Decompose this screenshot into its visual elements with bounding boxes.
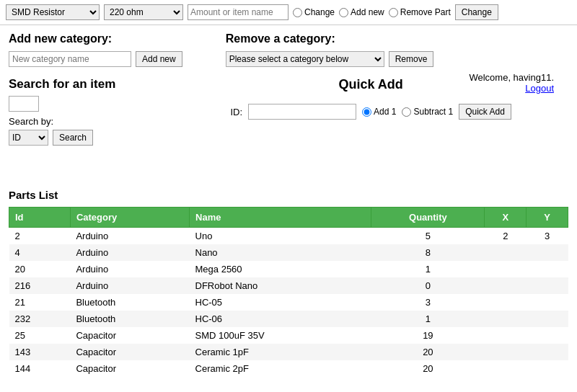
cell-x [485,294,527,311]
parts-list-heading: Parts List [9,189,568,201]
cell-name: HC-06 [190,311,371,327]
table-row: 216ArduinoDFRobot Nano0 [9,277,568,294]
remove-category-button[interactable]: Remove [389,51,434,67]
cell-category: Arduino [70,277,189,294]
add-category-heading: Add new category: [9,32,182,45]
cell-y: 3 [527,228,568,245]
cell-name: Nano [190,244,371,261]
parts-table: Id Category Name Quantity X Y 2ArduinoUn… [9,207,568,377]
quick-add-id-input[interactable] [248,104,356,120]
cell-category: Arduino [70,244,189,261]
search-by-label: Search by: [9,116,53,127]
cell-category: Capacitor [70,360,189,377]
col-header-category: Category [70,208,189,228]
item-input[interactable] [188,4,288,20]
table-row: 144CapacitorCeramic 2pF20 [9,360,568,377]
cell-id: 2 [9,228,71,245]
table-row: 2ArduinoUno523 [9,228,568,245]
cell-quantity: 5 [371,228,485,245]
new-category-input[interactable] [9,51,131,67]
cell-name: Mega 2560 [190,261,371,277]
cell-name: Uno [190,228,371,245]
content-wrapper: Add new category: Add new Remove a categ… [9,32,568,377]
radio-remove-part-label[interactable]: Remove Part [389,7,451,17]
cell-category: Capacitor [70,327,189,344]
quick-subtract-radio[interactable] [402,107,411,117]
item-select[interactable]: 220 ohm [104,4,183,20]
search-heading: Search for an item [9,77,115,92]
cell-x [485,311,527,327]
cell-id: 4 [9,244,71,261]
cell-y [527,277,568,294]
search-by-select[interactable]: ID Name [9,130,48,146]
welcome-text: Welcome, having11. [469,72,554,83]
radio-change-label[interactable]: Change [293,7,335,17]
cell-name: HC-05 [190,294,371,311]
change-button[interactable]: Change [455,4,498,20]
table-row: 20ArduinoMega 25601 [9,261,568,277]
cell-x [485,327,527,344]
col-header-x: X [485,208,527,228]
welcome-area: Welcome, having11. Logout [469,72,554,94]
add-new-category-button[interactable]: Add new [136,51,182,67]
table-row: 25CapacitorSMD 100uF 35V19 [9,327,568,344]
cell-category: Arduino [70,261,189,277]
add-category-section: Add new category: Add new [9,32,182,67]
cell-id: 21 [9,294,71,311]
cell-x [485,277,527,294]
cell-name: SMD 100uF 35V [190,327,371,344]
cell-y [527,261,568,277]
search-by-row: Search by: [9,116,115,127]
category-select[interactable]: SMD Resistor Arduino Bluetooth Capacitor [6,4,100,20]
logout-link[interactable]: Logout [525,83,554,94]
cell-name: DFRobot Nano [190,277,371,294]
quick-add-radio[interactable] [362,107,371,117]
cell-quantity: 1 [371,261,485,277]
cell-x [485,261,527,277]
radio-add-new-label[interactable]: Add new [339,7,384,17]
cell-y [527,360,568,377]
remove-category-select[interactable]: Please select a category below [226,51,384,67]
quick-add-id-label: ID: [230,107,242,117]
cell-quantity: 20 [371,360,485,377]
cell-category: Capacitor [70,344,189,360]
cell-id: 20 [9,261,71,277]
top-bar: SMD Resistor Arduino Bluetooth Capacitor… [0,0,577,25]
cell-name: Ceramic 1pF [190,344,371,360]
col-header-id: Id [9,208,71,228]
cell-id: 232 [9,311,71,327]
table-row: 4ArduinoNano8 [9,244,568,261]
col-header-quantity: Quantity [371,208,485,228]
radio-remove-part[interactable] [389,8,398,17]
table-row: 143CapacitorCeramic 1pF20 [9,344,568,360]
cell-y [527,311,568,327]
cell-y [527,344,568,360]
quick-add-add-label[interactable]: Add 1 [362,107,396,117]
remove-category-heading: Remove a category: [226,32,434,45]
search-button[interactable]: Search [53,130,93,146]
cell-category: Bluetooth [70,311,189,327]
cell-quantity: 0 [371,277,485,294]
quick-add-button[interactable]: Quick Add [459,104,511,120]
cell-id: 144 [9,360,71,377]
quick-add-subtract-label[interactable]: Subtract 1 [402,107,453,117]
cell-quantity: 19 [371,327,485,344]
cell-name: Ceramic 2pF [190,360,371,377]
cell-x [485,244,527,261]
cell-quantity: 20 [371,344,485,360]
table-row: 232BluetoothHC-061 [9,311,568,327]
cell-x [485,360,527,377]
radio-add-new[interactable] [339,8,348,17]
cell-id: 25 [9,327,71,344]
col-header-name: Name [190,208,371,228]
cell-x: 2 [485,228,527,245]
table-header-row: Id Category Name Quantity X Y [9,208,568,228]
radio-change[interactable] [293,8,302,17]
cell-y [527,294,568,311]
parts-section: Parts List Id Category Name Quantity X Y… [9,189,568,377]
cell-quantity: 8 [371,244,485,261]
search-input[interactable] [9,96,39,112]
table-row: 21BluetoothHC-053 [9,294,568,311]
cell-id: 216 [9,277,71,294]
cell-id: 143 [9,344,71,360]
